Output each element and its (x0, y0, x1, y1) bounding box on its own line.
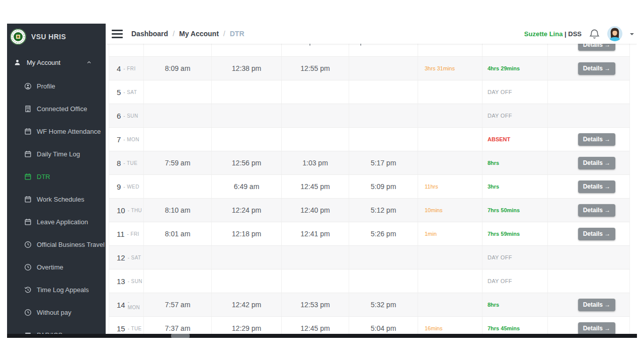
horizontal-scrollbar-thumb[interactable] (171, 334, 190, 338)
late-undertime-cell (418, 44, 482, 56)
dtr-content: Details →4- FRI8:09 am12:38 pm12:55 pm3h… (106, 44, 637, 338)
sidebar-item-connected-office[interactable]: Connected Office (7, 98, 106, 120)
clipped-text-mark (309, 44, 310, 46)
time-cell-2: 12:42 pm (212, 293, 282, 316)
calendar-icon (24, 196, 37, 203)
hamburger-menu-icon[interactable] (111, 28, 124, 40)
late-undertime-cell (418, 246, 482, 269)
sidebar-item-official-business-travel[interactable]: Official Business Travel (7, 233, 106, 256)
sidebar-item-without-pay[interactable]: Without pay (7, 301, 106, 324)
sidebar-item-overtime[interactable]: Overtime (7, 256, 106, 279)
time-cell-2 (212, 104, 282, 127)
sidebar-item-label: Connected Office (37, 105, 87, 113)
weekday-label: - TUE (123, 160, 137, 166)
status-cell: DAY OFF (482, 80, 548, 104)
time-cell-1: 7:59 am (144, 151, 212, 174)
breadcrumb: Dashboard / My Account / DTR (131, 30, 245, 38)
total-hours: 7hrs 59mins (488, 231, 520, 237)
sidebar-section-my-account[interactable]: My Account (7, 53, 106, 72)
day-number: 11 (117, 230, 125, 238)
sidebar-item-label: Leave Application (37, 218, 88, 226)
details-button[interactable]: Details → (578, 204, 615, 217)
late-undertime-cell: 1min (418, 222, 482, 245)
profile-icon (24, 82, 37, 90)
sidebar-item-label: DTR (37, 173, 50, 180)
details-button[interactable]: Details → (578, 62, 615, 75)
late-undertime-cell (418, 293, 482, 316)
details-cell: Details → (548, 175, 630, 198)
sidebar-item-work-schedules[interactable]: Work Schedules (7, 188, 106, 211)
time-cell-2: 12:56 pm (212, 151, 282, 174)
sidebar-item-leave-application[interactable]: Leave Application (7, 211, 106, 233)
user-org: DSS (568, 30, 582, 38)
status-cell: 8hrs (482, 293, 548, 316)
dtr-row-partial: Details → (109, 44, 630, 57)
topbar-right: Suzette Lina | DSS (524, 26, 634, 41)
time-cell-3 (282, 104, 349, 127)
time-cell-4 (349, 128, 418, 151)
details-cell: Details → (548, 57, 630, 80)
dtr-row-day-12: 12- SATDAY OFF (109, 246, 630, 269)
day-cell: 8- TUE (109, 151, 144, 174)
status-cell: 7hrs 50mins (482, 199, 548, 222)
total-hours: 7hrs 45mins (488, 325, 520, 331)
breadcrumb-my-account[interactable]: My Account (179, 30, 219, 38)
breadcrumb-separator: / (173, 30, 175, 38)
status-cell: 7hrs 59mins (482, 222, 548, 245)
sidebar-item-label: Profile (37, 82, 55, 90)
time-cell-2 (212, 269, 282, 293)
time-cell-4: 5:32 pm (349, 293, 418, 316)
weekday-label: - MON (128, 299, 143, 310)
details-button[interactable]: Details → (578, 133, 615, 146)
time-cell-2 (212, 246, 282, 269)
sidebar-item-dtr[interactable]: DTR (7, 165, 106, 188)
breadcrumb-separator: / (223, 30, 225, 38)
day-cell: 10- THU (109, 199, 144, 222)
time-cell-2: 12:18 pm (212, 222, 282, 245)
day-number: 15 (117, 324, 125, 333)
details-cell: Details → (548, 44, 630, 56)
time-cell-1 (144, 80, 212, 104)
dtr-row-day-11: 11- FRI8:01 am12:18 pm12:41 pm5:26 pm1mi… (109, 222, 630, 246)
total-hours: 7hrs 50mins (488, 207, 520, 213)
time-cell-3 (282, 80, 349, 104)
horizontal-scrollbar[interactable] (7, 334, 637, 338)
time-cell-2 (212, 128, 282, 151)
clock-icon (24, 263, 37, 271)
sidebar-item-label: Time Log Appeals (37, 286, 89, 294)
status-cell: 4hrs 29mins (482, 57, 548, 80)
status-cell: ABSENT (482, 128, 548, 151)
time-cell-1: 8:01 am (144, 222, 212, 245)
details-button[interactable]: Details → (578, 157, 615, 169)
details-button[interactable]: Details → (578, 322, 615, 335)
time-cell-1: 8:09 am (144, 57, 212, 80)
late-undertime-cell (418, 128, 482, 151)
status-badge: ABSENT (488, 136, 510, 142)
dtr-row-day-10: 10- THU8:10 am12:24 pm12:40 pm5:12 pm10m… (109, 199, 630, 222)
day-cell (109, 44, 144, 56)
dtr-row-day-13: 13- SUNDAY OFF (109, 269, 630, 293)
details-button[interactable]: Details → (578, 299, 615, 311)
sidebar-item-label: WF Home Attendance (37, 128, 101, 135)
user-avatar[interactable] (607, 26, 622, 41)
breadcrumb-dashboard[interactable]: Dashboard (131, 30, 168, 38)
time-cell-3 (282, 128, 349, 151)
time-cell-1: 8:10 am (144, 199, 212, 222)
details-button[interactable]: Details → (578, 228, 615, 240)
details-cell (548, 104, 630, 127)
sidebar-item-wf-home-attendance[interactable]: WF Home Attendance (7, 120, 106, 143)
notifications-bell-icon[interactable] (589, 29, 600, 39)
sidebar-item-time-log-appeals[interactable]: Time Log Appeals (7, 279, 106, 301)
chevron-down-icon[interactable] (630, 33, 634, 37)
time-cell-1 (144, 175, 212, 198)
weekday-label: - SUN (123, 113, 138, 119)
time-cell-4 (349, 80, 418, 104)
details-button[interactable]: Details → (578, 180, 615, 193)
details-button[interactable]: Details → (578, 44, 615, 51)
sidebar-item-daily-time-log[interactable]: Daily Time Log (7, 143, 106, 165)
day-number: 13 (117, 277, 125, 286)
weekday-label: - SAT (128, 255, 141, 260)
sidebar-item-profile[interactable]: Profile (7, 75, 106, 98)
status-cell: DAY OFF (482, 246, 548, 269)
clock-icon (24, 241, 37, 248)
